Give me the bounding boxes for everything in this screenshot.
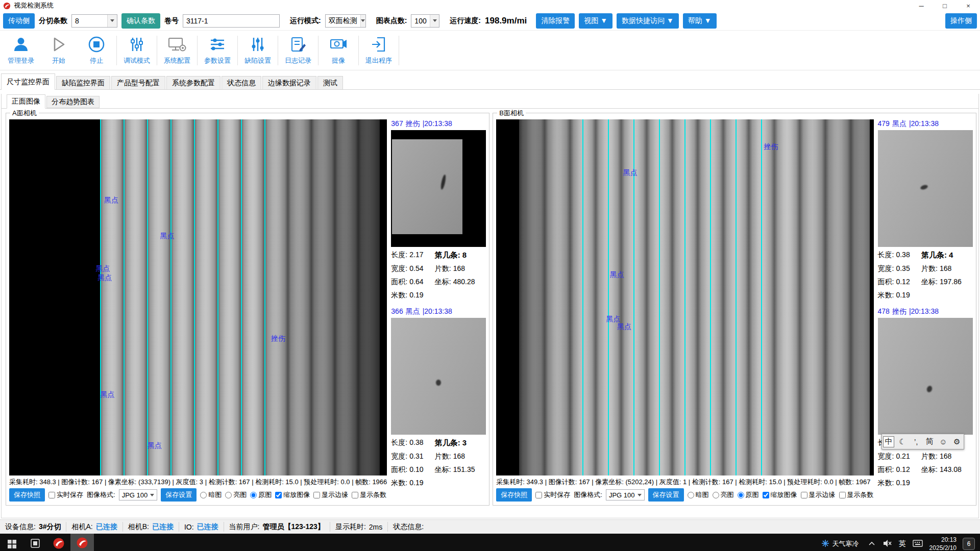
drive-side-button[interactable]: 传动侧 <box>3 13 35 29</box>
confirm-count-button[interactable]: 确认条数 <box>121 13 160 29</box>
realtime-save-input[interactable] <box>535 492 542 498</box>
show-edge-input[interactable] <box>313 492 320 498</box>
show-count-input[interactable] <box>352 492 358 498</box>
show-edge-checkbox[interactable]: 显示边缘 <box>313 490 348 499</box>
subtab-trend-chart[interactable]: 分布趋势图表 <box>46 96 100 108</box>
ribbon-admin-login[interactable]: 管理登录 <box>2 32 40 69</box>
defect-field-label: 坐标: <box>921 278 938 287</box>
image-format-select[interactable]: JPG 100 <box>119 489 158 500</box>
show-count-input[interactable] <box>839 492 846 498</box>
taskbar-app-2[interactable] <box>70 534 94 551</box>
start-button[interactable] <box>0 534 23 551</box>
bright-image-radio[interactable]: 亮图 <box>225 490 247 499</box>
clear-alarm-button[interactable]: 清除报警 <box>536 13 575 29</box>
subtab-front-image[interactable]: 正面图像 <box>7 94 45 109</box>
ribbon-start[interactable]: 开始 <box>40 32 78 69</box>
show-count-checkbox[interactable]: 显示条数 <box>352 490 386 499</box>
original-image-radio[interactable]: 原图 <box>250 490 272 499</box>
dark-image-radio[interactable]: 暗图 <box>688 490 709 499</box>
show-edge-input[interactable] <box>801 492 807 498</box>
sliders-horizontal-icon <box>209 36 226 55</box>
dark-image-radio[interactable]: 暗图 <box>200 490 222 499</box>
zoom-image-checkbox[interactable]: 缩放图像 <box>275 490 310 499</box>
split-count-select[interactable]: 8 <box>71 14 117 28</box>
ime-mode-button[interactable]: 中 <box>883 436 894 447</box>
tab-status-info[interactable]: 状态信息 <box>222 76 261 90</box>
monitor-gear-icon <box>167 36 187 55</box>
touch-keyboard-button[interactable] <box>910 534 925 551</box>
chevron-down-icon[interactable] <box>107 15 117 27</box>
ribbon-item-label: 缺陷设置 <box>244 56 271 65</box>
realtime-save-input[interactable] <box>48 492 55 498</box>
ribbon-param-settings[interactable]: 参数设置 <box>199 32 236 69</box>
save-snapshot-button[interactable]: 保存快照 <box>9 488 45 502</box>
defect-card: 478 挫伤 |20:13:38 长度:0.57 第几条:3 宽度:0.21 片… <box>878 307 973 488</box>
defect-field-value: 8 <box>462 251 467 260</box>
taskbar-weather[interactable]: 天气寒冷 <box>816 534 864 551</box>
taskbar-clock[interactable]: 20:13 2025/2/10 <box>925 534 961 551</box>
ime-emoji-icon[interactable]: ☺ <box>938 435 949 448</box>
ime-language-indicator[interactable]: 英 <box>895 534 910 551</box>
zoom-image-input[interactable] <box>275 492 282 498</box>
ribbon-log[interactable]: 日志记录 <box>279 32 317 69</box>
tab-defect-monitor[interactable]: 缺陷监控界面 <box>56 76 110 90</box>
caret-icon <box>150 494 154 496</box>
show-edge-checkbox[interactable]: 显示边缘 <box>801 490 836 499</box>
ribbon-capture[interactable]: 提像 <box>320 32 357 69</box>
save-settings-button[interactable]: 保存设置 <box>648 488 684 502</box>
minimize-button[interactable]: ─ <box>910 0 933 11</box>
ime-punctuation-icon[interactable]: ’, <box>911 435 922 448</box>
ribbon-debug-mode[interactable]: 调试模式 <box>118 32 156 69</box>
save-settings-button[interactable]: 保存设置 <box>161 488 197 502</box>
ribbon-defect-settings[interactable]: 缺陷设置 <box>239 32 277 69</box>
task-view-button[interactable] <box>23 534 47 551</box>
tray-chevron-button[interactable] <box>864 534 879 551</box>
notification-badge[interactable]: 6 <box>963 538 975 550</box>
ribbon-exit[interactable]: 退出程序 <box>360 32 398 69</box>
chevron-down-icon[interactable] <box>430 15 439 27</box>
zoom-image-checkbox[interactable]: 缩放图像 <box>763 490 797 499</box>
maximize-button[interactable]: □ <box>933 0 957 11</box>
camera-b-image[interactable]: 挫伤 黑点 黑点 黑点 黑点 <box>496 119 873 475</box>
tab-system-param-config[interactable]: 系统参数配置 <box>166 76 220 90</box>
taskbar-app-1[interactable] <box>47 534 70 551</box>
show-count-checkbox[interactable]: 显示条数 <box>839 490 874 499</box>
defect-field-label: 宽度: <box>391 264 407 273</box>
defect-field-label: 面积: <box>391 465 407 474</box>
help-menu-button[interactable]: 帮助 ▼ <box>683 13 717 29</box>
run-mode-select[interactable]: 双面检测 <box>325 14 366 28</box>
chevron-down-icon[interactable] <box>360 15 365 27</box>
save-snapshot-button[interactable]: 保存快照 <box>496 488 532 502</box>
volume-button[interactable] <box>879 534 895 551</box>
ribbon-stop[interactable]: 停止 <box>78 32 115 69</box>
realtime-save-checkbox[interactable]: 实时保存 <box>535 490 570 499</box>
dark-image-input[interactable] <box>688 492 694 498</box>
data-quick-access-button[interactable]: 数据快捷访问 ▼ <box>617 13 679 29</box>
bright-image-input[interactable] <box>225 492 232 498</box>
dark-image-input[interactable] <box>200 492 207 498</box>
original-image-input[interactable] <box>250 492 257 498</box>
camera-a-image[interactable]: 黑点 黑点 黑点 黑点 挫伤 黑点 黑点 <box>9 119 387 475</box>
bright-image-radio[interactable]: 亮图 <box>713 490 734 499</box>
ribbon-system-config[interactable]: 系统配置 <box>158 32 196 69</box>
tab-product-model-config[interactable]: 产品型号配置 <box>111 76 165 90</box>
operate-side-button[interactable]: 操作侧 <box>945 13 977 29</box>
tab-test[interactable]: 测试 <box>317 76 343 90</box>
original-image-input[interactable] <box>738 492 744 498</box>
bright-image-input[interactable] <box>713 492 719 498</box>
image-format-select[interactable]: JPG 100 <box>606 489 645 500</box>
view-menu-button[interactable]: 视图 ▼ <box>579 13 612 29</box>
ime-settings-icon[interactable]: ⚙ <box>951 435 963 448</box>
chart-points-select[interactable]: 100 <box>411 14 439 28</box>
tab-size-monitor[interactable]: 尺寸监控界面 <box>1 73 55 90</box>
tab-edge-data-record[interactable]: 边缘数据记录 <box>262 76 316 90</box>
defect-field-value: 0.19 <box>896 291 910 300</box>
roll-number-input[interactable] <box>183 14 280 28</box>
zoom-image-input[interactable] <box>763 492 769 498</box>
defect-marker: 黑点 <box>100 390 114 399</box>
ime-halfwidth-icon[interactable]: ☾ <box>897 435 908 448</box>
ime-charset-button[interactable]: 简 <box>924 435 935 448</box>
original-image-radio[interactable]: 原图 <box>738 490 759 499</box>
realtime-save-checkbox[interactable]: 实时保存 <box>48 490 83 499</box>
close-button[interactable]: × <box>957 0 980 11</box>
